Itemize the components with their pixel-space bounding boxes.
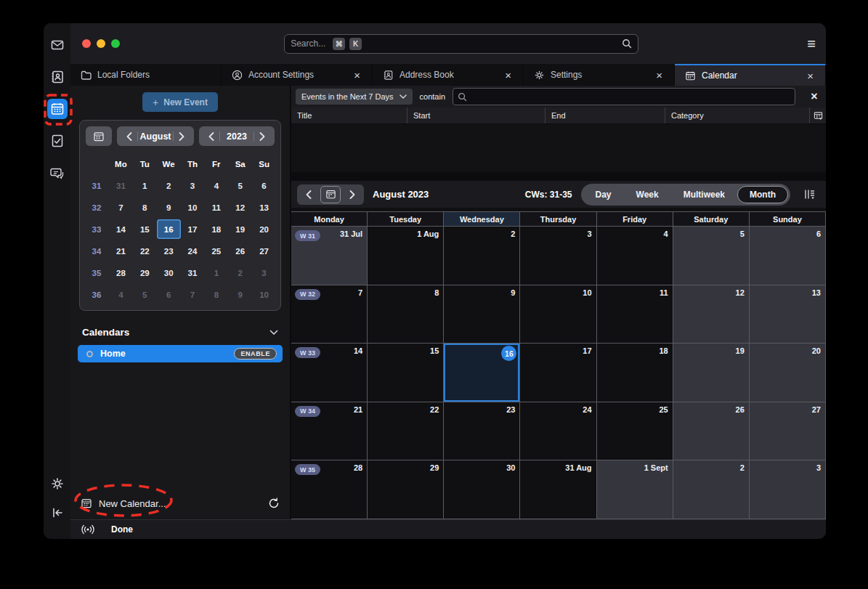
day-cell[interactable]: W 3131 Jul xyxy=(291,227,368,285)
day-cell[interactable]: 1 Aug xyxy=(368,227,444,285)
minical-day[interactable]: 7 xyxy=(109,198,133,217)
day-cell[interactable]: 15 xyxy=(368,344,444,402)
close-tab-icon[interactable]: × xyxy=(503,69,513,81)
column-start[interactable]: Start xyxy=(407,107,545,123)
event-list-empty[interactable] xyxy=(291,124,826,172)
minical-day[interactable]: 3 xyxy=(252,263,276,283)
close-filter-icon[interactable]: × xyxy=(803,90,826,103)
day-cell[interactable]: 23 xyxy=(444,402,520,461)
day-cell[interactable]: 26 xyxy=(673,402,750,461)
minical-day[interactable]: 9 xyxy=(157,198,181,217)
chat-space-button[interactable] xyxy=(47,163,68,183)
previous-year-button[interactable] xyxy=(203,132,219,141)
day-cell[interactable]: 27 xyxy=(750,402,826,461)
minical-day[interactable]: 31 xyxy=(109,176,133,195)
calendar-layout-icon[interactable] xyxy=(803,188,816,200)
spaces-settings-button[interactable] xyxy=(47,474,68,494)
minical-day[interactable]: 4 xyxy=(204,176,228,195)
new-event-button[interactable]: + New Event xyxy=(142,92,218,112)
minical-day[interactable]: 24 xyxy=(181,241,205,261)
minical-day[interactable]: 9 xyxy=(228,285,252,304)
day-cell[interactable]: 19 xyxy=(673,344,750,402)
view-mode-month[interactable]: Month xyxy=(737,186,788,203)
day-cell[interactable]: 17 xyxy=(520,344,596,402)
event-filter-dropdown[interactable]: Events in the Next 7 Days xyxy=(296,89,413,105)
view-mode-multiweek[interactable]: Multiweek xyxy=(671,186,737,203)
minical-day[interactable]: 21 xyxy=(109,241,133,261)
address-book-space-button[interactable] xyxy=(47,67,68,87)
minical-day[interactable]: 27 xyxy=(252,241,276,261)
collapse-spaces-button[interactable] xyxy=(47,503,68,523)
day-cell[interactable]: 3 xyxy=(750,460,826,519)
pane-splitter[interactable] xyxy=(291,172,826,181)
minical-day[interactable]: 3 xyxy=(181,176,205,195)
minical-day[interactable]: 20 xyxy=(252,219,276,239)
column-title[interactable]: Title xyxy=(291,107,407,123)
tab-settings[interactable]: Settings × xyxy=(524,64,675,86)
tab-local-folders[interactable]: Local Folders xyxy=(70,64,222,86)
day-cell[interactable]: W 327 xyxy=(291,285,368,344)
day-cell[interactable]: 4 xyxy=(597,227,673,285)
column-end[interactable]: End xyxy=(545,107,665,123)
day-cell[interactable]: 18 xyxy=(597,344,673,402)
minical-day[interactable]: 10 xyxy=(252,285,276,304)
day-cell[interactable]: 9 xyxy=(444,285,520,344)
minical-day[interactable]: 4 xyxy=(109,285,133,304)
view-mode-day[interactable]: Day xyxy=(583,186,624,203)
app-menu-icon[interactable]: ≡ xyxy=(807,36,816,51)
close-tab-icon[interactable]: × xyxy=(654,69,664,81)
column-category[interactable]: Category xyxy=(665,107,810,123)
event-search-field[interactable] xyxy=(453,88,795,105)
minical-today-button[interactable] xyxy=(86,126,112,146)
minical-day[interactable]: 8 xyxy=(133,198,157,217)
event-search-input[interactable] xyxy=(471,92,790,102)
minical-day[interactable]: 6 xyxy=(252,176,276,195)
minical-day[interactable]: 31 xyxy=(181,263,205,283)
next-year-button[interactable] xyxy=(254,132,270,141)
close-tab-icon[interactable]: × xyxy=(806,70,815,82)
close-tab-icon[interactable]: × xyxy=(352,69,362,81)
previous-period-button[interactable] xyxy=(299,186,319,203)
chevron-down-icon[interactable] xyxy=(269,330,278,336)
minical-day[interactable]: 28 xyxy=(109,263,133,283)
minical-day[interactable]: 12 xyxy=(228,198,252,217)
minical-day[interactable]: 25 xyxy=(204,241,228,261)
zoom-window-button[interactable] xyxy=(111,39,120,48)
column-picker-icon[interactable] xyxy=(810,107,826,123)
calendar-space-button[interactable] xyxy=(47,99,68,119)
minical-day[interactable]: 29 xyxy=(133,263,157,283)
minical-day[interactable]: 26 xyxy=(228,241,252,261)
new-calendar-button[interactable]: New Calendar... xyxy=(81,497,166,509)
day-cell[interactable]: 12 xyxy=(673,285,750,344)
day-cell[interactable]: 6 xyxy=(750,227,826,285)
tab-account-settings[interactable]: Account Settings × xyxy=(222,64,373,86)
enable-badge[interactable]: ENABLE xyxy=(234,348,277,360)
day-cell-today[interactable]: 16 xyxy=(444,344,520,402)
previous-month-button[interactable] xyxy=(121,132,137,141)
minical-day[interactable]: 10 xyxy=(181,198,205,217)
minical-day[interactable]: 18 xyxy=(204,219,228,239)
minical-day[interactable]: 2 xyxy=(228,263,252,283)
today-button[interactable] xyxy=(320,186,341,203)
day-cell[interactable]: W 3314 xyxy=(291,344,368,402)
minical-day[interactable]: 1 xyxy=(133,176,157,195)
minical-day[interactable]: 5 xyxy=(228,176,252,195)
day-cell[interactable]: 29 xyxy=(368,460,444,519)
day-cell[interactable]: 22 xyxy=(368,402,444,461)
minical-day[interactable]: 19 xyxy=(228,219,252,239)
minical-day[interactable]: 11 xyxy=(204,198,228,217)
minical-day-selected[interactable]: 16 xyxy=(157,219,181,239)
day-cell[interactable]: 5 xyxy=(673,227,750,285)
day-cell[interactable]: 25 xyxy=(597,402,673,461)
minical-day[interactable]: 30 xyxy=(157,263,181,283)
day-cell[interactable]: 10 xyxy=(520,285,596,344)
minical-day[interactable]: 13 xyxy=(252,198,276,217)
minical-day[interactable]: 15 xyxy=(133,219,157,239)
minical-day[interactable]: 6 xyxy=(157,285,181,304)
calendar-list-item-home[interactable]: Home ENABLE xyxy=(78,345,283,362)
network-status-icon[interactable] xyxy=(81,524,95,535)
day-cell[interactable]: W 3528 xyxy=(291,460,368,519)
view-mode-week[interactable]: Week xyxy=(624,186,671,203)
minical-day[interactable]: 1 xyxy=(204,263,228,283)
minimize-window-button[interactable] xyxy=(97,39,105,48)
